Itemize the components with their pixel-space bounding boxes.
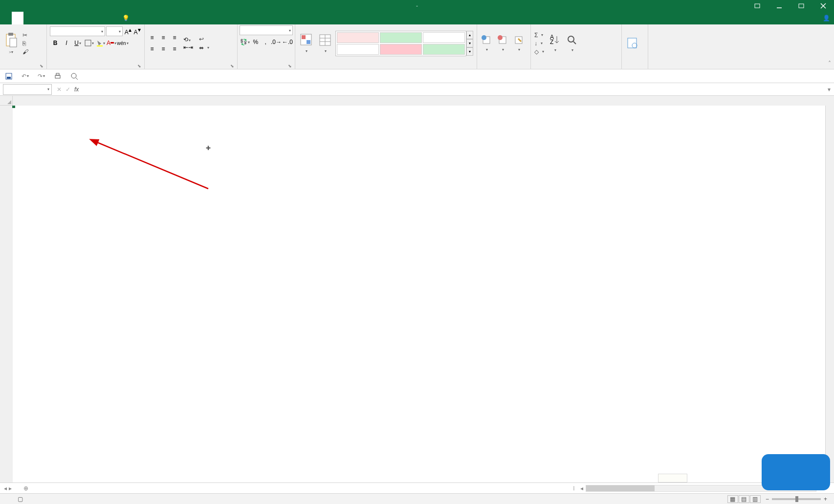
print-icon[interactable] xyxy=(54,72,62,80)
cond-format-button[interactable]: ▾ xyxy=(297,32,315,55)
undo-icon[interactable]: ↶ ▾ xyxy=(22,73,29,80)
grow-font-icon[interactable]: A▴ xyxy=(124,26,132,36)
comma-icon[interactable]: , xyxy=(261,37,271,47)
fill-button[interactable]: ↓▾ xyxy=(533,40,546,47)
tab-view[interactable] xyxy=(82,12,94,24)
tab-layout[interactable] xyxy=(35,12,47,24)
cell-styles-gallery[interactable] xyxy=(335,31,466,56)
minimize-icon[interactable] xyxy=(768,0,790,12)
font-name-combo[interactable]: ▾ xyxy=(50,26,105,36)
save-icon[interactable] xyxy=(5,72,13,80)
fx-icon[interactable]: fx xyxy=(74,86,79,93)
clear-button[interactable]: ◇▾ xyxy=(533,48,546,56)
painter-button[interactable]: 🖌 xyxy=(21,48,31,56)
accept-formula-icon[interactable]: ✓ xyxy=(66,86,70,93)
styles-down-icon[interactable]: ▾ xyxy=(466,39,473,47)
dec-decimal-icon[interactable]: ←.0 xyxy=(282,37,293,47)
select-all-corner[interactable] xyxy=(0,96,13,106)
style-bad[interactable] xyxy=(380,44,422,55)
collapse-ribbon-icon[interactable]: ˄ xyxy=(828,60,831,67)
invoice-button[interactable] xyxy=(624,36,640,51)
copy-button[interactable]: ⎘ xyxy=(21,40,31,47)
maximize-icon[interactable] xyxy=(790,0,812,12)
cut-button[interactable]: ✂ xyxy=(21,31,31,39)
font-color-button[interactable]: A▾ xyxy=(106,38,117,48)
share-button[interactable]: 👤 xyxy=(823,15,830,22)
view-layout-icon[interactable]: ▤ xyxy=(739,495,749,503)
vscrollbar[interactable] xyxy=(825,106,834,482)
sheet-nav-prev-icon[interactable]: ◂ xyxy=(4,485,7,492)
number-format-combo[interactable]: ▾ xyxy=(240,25,293,35)
zoom-in-icon[interactable]: + xyxy=(824,496,827,503)
table-format-button[interactable]: ▾ xyxy=(316,32,334,54)
style-normal[interactable] xyxy=(337,44,379,55)
percent-icon[interactable]: % xyxy=(251,37,261,47)
font-size-combo[interactable]: ▾ xyxy=(106,26,123,36)
style-good[interactable] xyxy=(423,44,465,55)
font-launcher-icon[interactable]: ⬊ xyxy=(137,64,141,68)
indent-inc-icon[interactable]: ⇥ xyxy=(188,44,193,51)
style-thousands[interactable] xyxy=(423,32,465,43)
macro-rec-icon[interactable]: ▢ xyxy=(18,496,23,503)
styles-up-icon[interactable]: ▴ xyxy=(466,31,473,39)
close-icon[interactable] xyxy=(812,0,834,12)
indent-dec-icon[interactable]: ⇤ xyxy=(183,44,188,51)
styles-more-icon[interactable]: ▾ xyxy=(466,47,473,56)
tab-home[interactable] xyxy=(12,12,23,24)
view-break-icon[interactable]: ▥ xyxy=(750,495,761,503)
merge-button[interactable]: ⬌▾ xyxy=(198,44,211,52)
view-normal-icon[interactable]: ▦ xyxy=(727,495,738,503)
tab-insert[interactable] xyxy=(23,12,35,24)
add-sheet-button[interactable]: ⊕ xyxy=(21,485,31,492)
redo-icon[interactable]: ↷ ▾ xyxy=(38,73,45,80)
align-top-icon[interactable]: ≡ xyxy=(147,32,157,43)
border-button[interactable]: ▾ xyxy=(84,38,94,48)
delete-button[interactable]: ▾ xyxy=(495,34,510,53)
style-bad-sheet4[interactable] xyxy=(337,32,379,43)
svg-rect-30 xyxy=(7,77,11,79)
shrink-font-icon[interactable]: A▾ xyxy=(133,26,141,36)
phonetic-button[interactable]: wén▾ xyxy=(117,38,128,48)
tab-data[interactable] xyxy=(59,12,70,24)
bold-button[interactable]: B xyxy=(50,38,61,48)
clipboard-launcher-icon[interactable]: ⬊ xyxy=(40,64,44,68)
align-left-icon[interactable]: ≡ xyxy=(147,44,157,54)
find-button[interactable]: ▾ xyxy=(564,33,580,53)
sheet-nav-next-icon[interactable]: ▸ xyxy=(9,485,12,492)
cancel-formula-icon[interactable]: ✕ xyxy=(57,86,62,93)
ribbon-display-icon[interactable] xyxy=(746,0,768,12)
tab-review[interactable] xyxy=(70,12,82,24)
tell-me[interactable]: 💡 xyxy=(122,12,132,24)
spreadsheet-grid[interactable]: ✚ xyxy=(0,96,834,482)
ime-indicator[interactable] xyxy=(658,474,687,482)
zoom-control[interactable]: − + xyxy=(766,496,830,503)
number-launcher-icon[interactable]: ⬊ xyxy=(288,64,292,68)
tab-pdf[interactable] xyxy=(106,12,117,24)
style-good-sheet4[interactable] xyxy=(380,32,422,43)
orientation-icon[interactable]: ⟲▾ xyxy=(183,36,193,43)
align-launcher-icon[interactable]: ⬊ xyxy=(230,64,234,68)
paste-button[interactable]: >▾ xyxy=(2,31,20,55)
inc-decimal-icon[interactable]: .0→ xyxy=(271,37,282,47)
wrap-text-button[interactable]: ↩ xyxy=(198,35,211,43)
expand-formula-icon[interactable]: ▾ xyxy=(824,86,834,93)
align-middle-icon[interactable]: ≡ xyxy=(158,32,169,43)
format-button[interactable]: ▾ xyxy=(511,34,526,53)
underline-button[interactable]: U▾ xyxy=(72,38,83,48)
currency-icon[interactable]: 💱▾ xyxy=(240,37,250,47)
insert-button[interactable]: ▾ xyxy=(479,34,494,53)
formula-input[interactable] xyxy=(84,86,824,93)
autosum-button[interactable]: Σ▾ xyxy=(533,31,546,39)
tab-file[interactable] xyxy=(0,12,12,24)
align-right-icon[interactable]: ≡ xyxy=(169,44,180,54)
italic-button[interactable]: I xyxy=(61,38,72,48)
tab-dev[interactable] xyxy=(94,12,106,24)
sort-filter-button[interactable]: AZ▾ xyxy=(547,33,563,53)
tab-formula[interactable] xyxy=(47,12,59,24)
zoom-out-icon[interactable]: − xyxy=(766,496,769,503)
align-center-icon[interactable]: ≡ xyxy=(158,44,169,54)
name-box[interactable]: ▾ xyxy=(3,84,52,95)
fill-color-button[interactable]: ▾ xyxy=(95,38,106,48)
align-bottom-icon[interactable]: ≡ xyxy=(169,32,180,43)
preview-icon[interactable] xyxy=(70,72,78,80)
